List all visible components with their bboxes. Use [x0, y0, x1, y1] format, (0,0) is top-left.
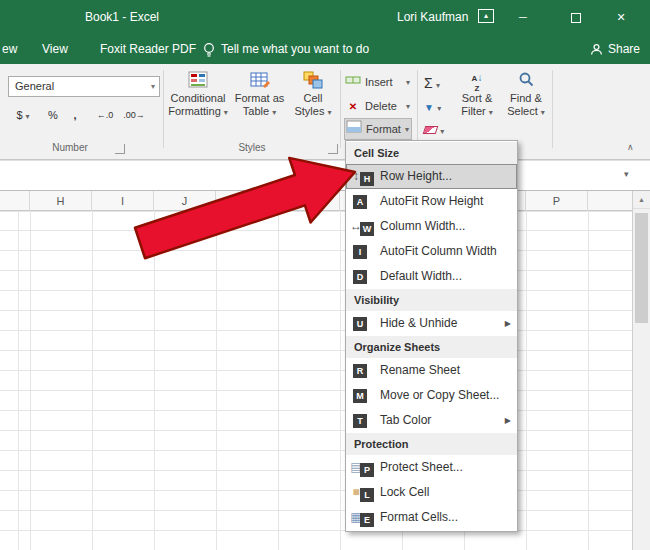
tell-me-label: Tell me what you want to do	[221, 42, 369, 56]
styles-dialog-launcher-icon[interactable]	[328, 144, 338, 154]
tab-review-partial[interactable]: ew	[2, 34, 17, 64]
tab-foxit-reader-pdf[interactable]: Foxit Reader PDF	[100, 34, 196, 64]
accounting-format-button[interactable]: $ ▾	[8, 105, 38, 125]
column-header-k[interactable]: K	[216, 191, 278, 211]
chevron-down-icon: ▾	[272, 108, 276, 117]
lightbulb-icon	[203, 42, 215, 58]
menu-item-autofit-column-width[interactable]: IAutoFit Column Width	[346, 239, 517, 264]
title-bar: Book1 - Excel Lori Kaufman ▴ ─ ✕	[0, 0, 650, 34]
column-header-h[interactable]: H	[30, 191, 92, 211]
column-headers: HIJKLMNOP	[0, 191, 632, 211]
collapse-ribbon-icon[interactable]: ∧	[627, 142, 634, 152]
button-label-line1: Format as	[231, 92, 288, 105]
submenu-arrow-icon: ▶	[505, 311, 511, 336]
menu-item-format-cells[interactable]: ▦EFormat Cells...	[346, 505, 517, 530]
menu-item-label: AutoFit Row Height	[380, 194, 483, 208]
chevron-down-icon: ▾	[406, 72, 410, 93]
menu-item-label: Rename Sheet	[380, 363, 460, 377]
clear-button[interactable]: ▾	[424, 120, 444, 140]
minimize-button[interactable]: ─	[501, 0, 545, 34]
column-header-l[interactable]: L	[278, 191, 340, 211]
person-icon	[590, 43, 603, 56]
button-label-line1: Cell	[289, 92, 337, 105]
conditional-formatting-icon	[167, 71, 229, 91]
column-header-j[interactable]: J	[154, 191, 216, 211]
chevron-down-icon: ▾	[436, 81, 440, 90]
menu-section-header-cell-size: Cell Size	[346, 142, 517, 164]
find-and-select-button[interactable]: Find & Select ▾	[503, 69, 549, 139]
menu-item-label: Hide & Unhide	[380, 316, 457, 330]
format-cells-menu-button[interactable]: Format ▾	[344, 118, 412, 140]
format-cells-button-icon	[345, 119, 363, 140]
close-button[interactable]: ✕	[599, 0, 643, 34]
worksheet-grid[interactable]	[0, 211, 632, 550]
keytip-badge: L	[360, 488, 374, 502]
button-label-line2: Styles	[294, 105, 324, 117]
column-header-partial[interactable]	[0, 191, 30, 211]
menu-item-hide-unhide[interactable]: UHide & Unhide▶	[346, 311, 517, 336]
button-label-line1: Conditional	[167, 92, 229, 105]
menu-item-default-width[interactable]: DDefault Width...	[346, 264, 517, 289]
column-header-p[interactable]: P	[526, 191, 588, 211]
menu-item-move-or-copy-sheet[interactable]: MMove or Copy Sheet...	[346, 383, 517, 408]
chevron-down-icon: ▾	[224, 108, 228, 117]
menu-item-lock-cell[interactable]: ■LLock Cell	[346, 480, 517, 505]
delete-cells-icon: ✕	[344, 96, 362, 117]
group-separator	[417, 70, 418, 148]
scroll-up-icon[interactable]: ▲	[633, 191, 650, 209]
button-label-line2: Table	[243, 105, 269, 117]
decrease-decimal-button[interactable]: .00→	[120, 105, 148, 125]
menu-item-rename-sheet[interactable]: RRename Sheet	[346, 358, 517, 383]
keytip-badge: W	[360, 222, 374, 236]
tell-me-box[interactable]: Tell me what you want to do	[203, 34, 369, 64]
button-label-line2: Filter	[461, 105, 485, 117]
chevron-down-icon: ▾	[541, 108, 545, 117]
formula-bar[interactable]: ▾	[0, 160, 650, 191]
account-user-name[interactable]: Lori Kaufman	[397, 0, 468, 34]
button-label-line2: Select	[507, 105, 538, 117]
tab-view[interactable]: View	[42, 34, 68, 64]
button-label-line1: Sort &	[452, 92, 502, 105]
menu-item-protect-sheet[interactable]: ▤PProtect Sheet...	[346, 455, 517, 480]
chevron-down-icon: ▾	[26, 112, 30, 121]
magnifier-icon	[503, 71, 549, 91]
maximize-icon	[571, 13, 581, 23]
comma-style-button[interactable]: ,	[68, 105, 82, 125]
cell-styles-button[interactable]: Cell Styles ▾	[289, 69, 337, 139]
formula-bar-expand-icon[interactable]: ▾	[624, 169, 629, 179]
ribbon-display-options-icon[interactable]: ▴	[478, 9, 494, 23]
conditional-formatting-button[interactable]: Conditional Formatting ▾	[167, 69, 229, 139]
format-as-table-button[interactable]: Format as Table ▾	[231, 69, 288, 139]
menu-section-header-organize-sheets: Organize Sheets	[346, 336, 517, 358]
keytip-badge: M	[353, 389, 367, 403]
delete-cells-button[interactable]: ✕ Delete ▾	[344, 96, 412, 117]
menu-item-column-width[interactable]: ↔WColumn Width...	[346, 214, 517, 239]
insert-cells-button[interactable]: Insert ▾	[344, 72, 412, 93]
column-header-i[interactable]: I	[92, 191, 154, 211]
chevron-down-icon: ▾	[405, 119, 409, 140]
number-format-value: General	[15, 80, 54, 92]
menu-item-tab-color[interactable]: TTab Color▶	[346, 408, 517, 433]
scrollbar-thumb[interactable]	[635, 213, 648, 323]
number-dialog-launcher-icon[interactable]	[115, 144, 125, 154]
insert-cells-icon	[344, 72, 362, 93]
fill-down-icon: ▼	[424, 102, 434, 113]
menu-item-row-height[interactable]: ↕HRow Height...	[346, 164, 517, 189]
menu-item-label: AutoFit Column Width	[380, 244, 497, 258]
sort-and-filter-button[interactable]: A↓ Z Sort & Filter ▾	[452, 69, 502, 139]
increase-decimal-button[interactable]: ←.0	[92, 105, 118, 125]
vertical-scrollbar[interactable]: ▲	[632, 191, 650, 550]
group-separator	[340, 70, 341, 148]
keytip-badge: T	[353, 414, 367, 428]
ribbon-tab-row: ew View Foxit Reader PDF Tell me what yo…	[0, 34, 650, 64]
menu-item-autofit-row-height[interactable]: AAutoFit Row Height	[346, 189, 517, 214]
share-button[interactable]: Share	[590, 34, 640, 64]
fill-button[interactable]: ▼ ▾	[424, 97, 441, 117]
submenu-arrow-icon: ▶	[505, 408, 511, 433]
menu-item-label: Move or Copy Sheet...	[380, 388, 499, 402]
insert-label: Insert	[365, 76, 393, 88]
maximize-button[interactable]	[554, 0, 598, 34]
percent-style-button[interactable]: %	[44, 105, 62, 125]
autosum-button[interactable]: Σ ▾	[424, 73, 440, 93]
number-format-dropdown[interactable]: General ▾	[8, 76, 160, 97]
